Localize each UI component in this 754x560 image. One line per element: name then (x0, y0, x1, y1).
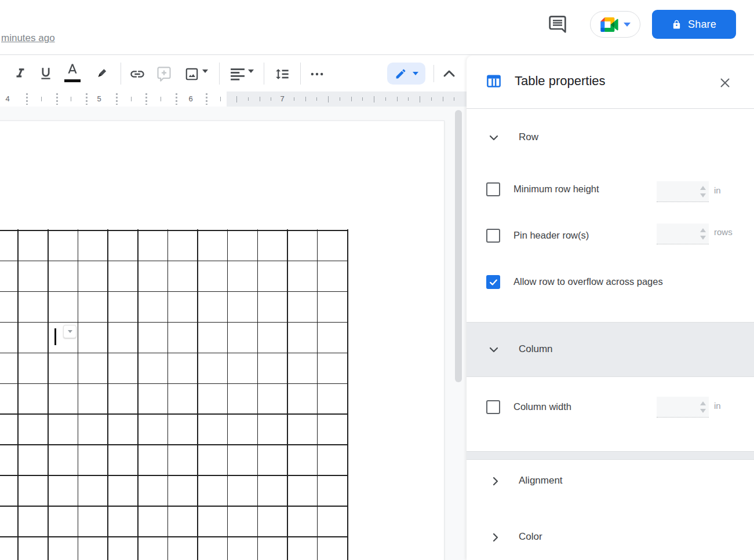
table-column-border[interactable] (197, 229, 198, 560)
editing-mode-button[interactable] (387, 63, 425, 85)
align-button[interactable] (230, 67, 245, 83)
section-header-alignment[interactable]: Alignment (467, 467, 754, 495)
ruler-tick (316, 97, 317, 101)
ruler-tick (408, 97, 409, 101)
ruler-tick (454, 97, 454, 101)
ruler-column-marker[interactable] (176, 93, 177, 105)
editing-mode-caret (413, 72, 418, 75)
table-column-border[interactable] (347, 229, 348, 560)
table-row-border[interactable] (0, 353, 348, 354)
checkbox-column-width[interactable] (486, 400, 500, 414)
section-label-column: Column (519, 343, 553, 355)
toolbar-separator (264, 63, 264, 85)
text-cursor (54, 328, 56, 345)
table-row-border[interactable] (0, 322, 348, 323)
table-row-border[interactable] (0, 413, 348, 415)
table-row-border[interactable] (0, 506, 348, 507)
ruler-tick (161, 97, 161, 101)
ruler-column-marker[interactable] (116, 93, 118, 105)
ruler-number: 5 (97, 91, 101, 107)
line-spacing-button[interactable] (274, 66, 290, 85)
table-column-border[interactable] (137, 229, 139, 560)
pencil-icon (395, 68, 407, 80)
table-row-border[interactable] (0, 261, 348, 262)
table-column-border[interactable] (48, 229, 49, 560)
cell-dropdown-chip[interactable] (63, 325, 77, 338)
ruler-tick (260, 97, 260, 101)
table-column-border[interactable] (167, 229, 169, 560)
table-row-border[interactable] (0, 444, 348, 445)
ruler-tick (420, 96, 420, 103)
text-color-button[interactable] (64, 64, 81, 82)
panel-close-button[interactable] (717, 75, 733, 90)
ruler-tick (71, 97, 71, 101)
stepper-column-width[interactable] (700, 401, 706, 413)
italic-button[interactable] (13, 66, 28, 83)
table-row-border[interactable] (0, 536, 348, 537)
add-comment-button[interactable] (156, 66, 172, 85)
ruler-column-marker[interactable] (145, 93, 147, 105)
ruler-column-marker[interactable] (206, 93, 207, 105)
table-icon (485, 72, 502, 90)
table-column-border[interactable] (107, 229, 108, 560)
underline-button[interactable] (38, 66, 53, 83)
last-edit-link[interactable]: minutes ago (1, 32, 55, 44)
ruler-column-marker[interactable] (26, 93, 28, 105)
meet-dropdown-caret[interactable] (624, 23, 631, 27)
table-row-border[interactable] (0, 230, 348, 231)
table-row-border[interactable] (0, 475, 348, 476)
text-color-swatch (64, 79, 81, 82)
vertical-scrollbar[interactable] (455, 110, 462, 382)
toolbar-separator (434, 65, 434, 82)
table-row-border[interactable] (0, 291, 348, 292)
label-pin-header-rows: Pin header row(s) (513, 230, 589, 241)
table-properties-panel: Table properties Row Minimum row height … (467, 56, 754, 560)
highlight-color-button[interactable] (93, 64, 110, 84)
toolbar-separator (219, 63, 220, 85)
insert-image-button[interactable] (184, 67, 199, 84)
table-row-border[interactable] (0, 383, 348, 385)
ruler-tick (236, 96, 237, 103)
ruler-column-marker[interactable] (86, 93, 88, 105)
table-column-border[interactable] (227, 229, 228, 560)
ruler-tick (131, 97, 132, 101)
stepper-pin-header-rows[interactable] (700, 228, 706, 240)
document-canvas[interactable] (0, 107, 467, 560)
section-header-color[interactable]: Color (467, 524, 754, 551)
table-column-border[interactable] (287, 229, 288, 560)
align-dropdown-caret[interactable] (248, 73, 254, 83)
meet-button[interactable] (590, 11, 640, 38)
stepper-minimum-row-height[interactable] (700, 186, 706, 197)
collapse-toolbar-button[interactable] (442, 67, 457, 82)
ruler-tick (374, 96, 374, 103)
comment-history-icon (548, 15, 567, 34)
share-button[interactable]: Share (652, 10, 736, 39)
ruler-tick (41, 97, 42, 101)
more-options-button[interactable] (309, 66, 325, 85)
ruler-tick (328, 96, 329, 103)
table-column-border[interactable] (257, 229, 258, 560)
section-header-column[interactable]: Column (467, 336, 754, 364)
checkbox-minimum-row-height[interactable] (486, 182, 500, 196)
lock-icon (672, 19, 682, 30)
label-column-width: Column width (513, 401, 571, 412)
section-gap-band (467, 451, 754, 460)
table-column-border[interactable] (17, 229, 19, 560)
section-header-row[interactable]: Row (467, 124, 754, 152)
comment-history-button[interactable] (547, 14, 568, 35)
table-column-border[interactable] (78, 229, 79, 560)
ruler-column-marker[interactable] (56, 93, 58, 105)
share-button-label: Share (688, 19, 716, 31)
unit-minimum-row-height: in (714, 185, 721, 195)
toolbar-separator (121, 63, 121, 85)
formatting-toolbar (0, 55, 467, 91)
chevron-right-icon (489, 474, 502, 488)
checkbox-allow-row-overflow[interactable] (486, 275, 500, 289)
horizontal-ruler[interactable]: 4567 (0, 91, 467, 107)
panel-header: Table properties (467, 56, 754, 109)
insert-link-button[interactable] (129, 66, 145, 85)
checkbox-pin-header-rows[interactable] (486, 229, 500, 243)
table-column-border[interactable] (317, 229, 318, 560)
insert-image-dropdown-caret[interactable] (202, 73, 208, 83)
ruler-tick (340, 97, 340, 101)
